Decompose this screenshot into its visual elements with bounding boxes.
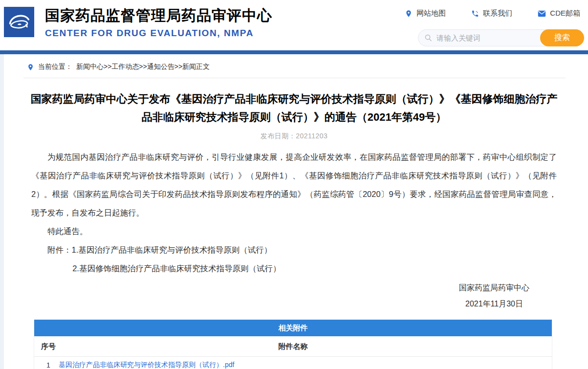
signature-org: 国家药监局药审中心 — [459, 280, 529, 296]
breadcrumb-separator: >> — [139, 63, 147, 71]
attachment-note-line-2: 2.基因修饰细胞治疗产品非临床研究技术指导原则（试行） — [31, 259, 557, 278]
site-title-cn: 国家药品监督管理局药品审评中心 — [45, 6, 272, 25]
column-header-name: 附件名称 — [34, 336, 552, 357]
left-margin-strip — [0, 54, 4, 369]
breadcrumb-item-notices[interactable]: 通知公告 — [147, 63, 174, 71]
mailbox-link[interactable]: CDE邮箱 — [538, 9, 580, 18]
sitemap-link-label: 网站地图 — [416, 9, 446, 18]
header-divider-bar — [0, 50, 588, 54]
attachment-note-line-1: 附件：1.基因治疗产品非临床研究与评价技术指导原则（试行） — [31, 240, 557, 259]
breadcrumb-item-work-trends[interactable]: 工作动态 — [111, 63, 139, 71]
attachments-table: 相关附件 序号 附件名称 1 基因治疗产品非临床研究与评价技术指导原则（试行）.… — [34, 320, 552, 369]
location-pin-icon — [405, 10, 413, 18]
mail-icon — [538, 10, 546, 17]
article-notice-line: 特此通告。 — [31, 222, 557, 240]
site-titles: 国家药品监督管理局药品审评中心 CENTER FOR DRUG EVALUATI… — [45, 6, 272, 39]
breadcrumb-divider-line — [23, 78, 566, 78]
site-header: 国家药品监督管理局药品审评中心 CENTER FOR DRUG EVALUATI… — [0, 0, 588, 50]
breadcrumb-separator: >> — [174, 63, 182, 71]
phone-icon — [471, 10, 479, 18]
article-body: 为规范国内基因治疗产品非临床研究与评价，引导行业健康发展，提高企业研发效率，在国… — [31, 148, 557, 278]
cde-logo — [4, 7, 34, 37]
site-title-en: CENTER FOR DRUG EVALUATION, NMPA — [45, 28, 272, 39]
search-icon — [424, 34, 433, 42]
breadcrumb-prefix: 当前位置： — [38, 63, 72, 71]
mailbox-link-label: CDE邮箱 — [550, 9, 580, 18]
signature-block: 国家药监局药审中心 2021年11月30日 — [459, 280, 529, 312]
article-title: 国家药监局药审中心关于发布《基因治疗产品非临床研究与评价技术指导原则（试行）》《… — [28, 90, 561, 126]
attachments-table-column-header: 序号 附件名称 — [34, 336, 552, 357]
sitemap-link[interactable]: 网站地图 — [405, 9, 446, 18]
contact-link[interactable]: 联系我们 — [471, 9, 512, 18]
signature-date: 2021年11月30日 — [459, 296, 529, 312]
breadcrumb-item-news-center[interactable]: 新闻中心 — [76, 63, 104, 71]
article-paragraph: 为规范国内基因治疗产品非临床研究与评价，引导行业健康发展，提高企业研发效率，在国… — [31, 148, 557, 222]
location-pin-icon — [27, 64, 34, 71]
search-input[interactable] — [436, 34, 539, 42]
quick-links: 网站地图 联系我们 CDE邮箱 — [405, 9, 580, 18]
publish-date: 发布日期：20211203 — [0, 132, 588, 141]
breadcrumb-item-article[interactable]: 新闻正文 — [182, 63, 210, 71]
search-bar: 搜索 — [418, 29, 584, 46]
contact-link-label: 联系我们 — [483, 9, 512, 18]
search-button[interactable]: 搜索 — [540, 29, 584, 46]
cde-logo-icon — [6, 9, 32, 35]
breadcrumb: 当前位置： 新闻中心 >> 工作动态 >> 通知公告 >> 新闻正文 — [0, 54, 588, 78]
table-row: 1 基因治疗产品非临床研究与评价技术指导原则（试行）.pdf — [34, 357, 552, 369]
row-index: 1 — [40, 361, 57, 369]
breadcrumb-separator: >> — [104, 63, 111, 71]
attachment-pdf-link[interactable]: 基因治疗产品非临床研究与评价技术指导原则（试行）.pdf — [59, 361, 234, 369]
attachments-table-title: 相关附件 — [34, 320, 552, 336]
page: 国家药品监督管理局药品审评中心 CENTER FOR DRUG EVALUATI… — [0, 0, 588, 369]
